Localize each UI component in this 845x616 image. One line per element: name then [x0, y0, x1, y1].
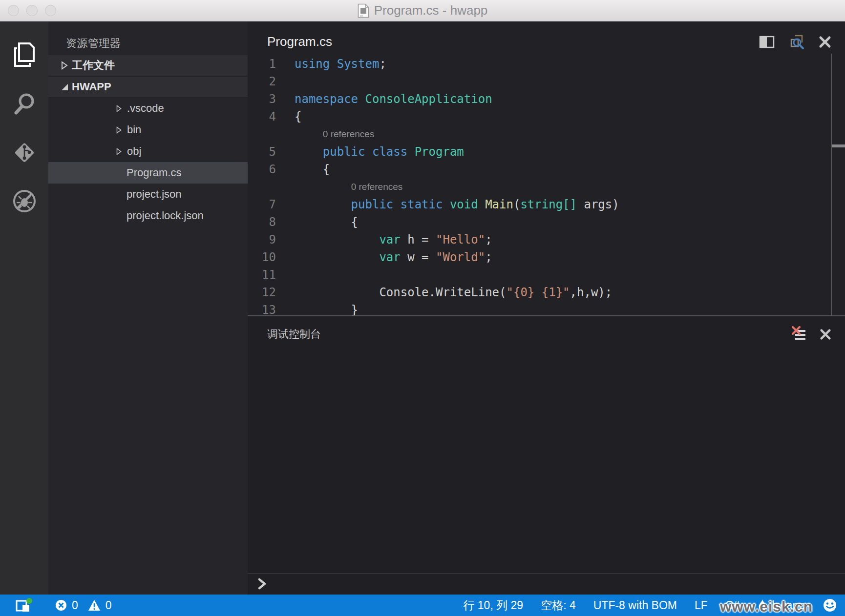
split-editor-icon[interactable] — [759, 35, 775, 49]
line-number — [248, 125, 276, 143]
flame-icon — [757, 598, 768, 612]
debug-console-panel: 调试控制台 — [248, 316, 845, 594]
feedback-smiley-icon[interactable] — [823, 598, 837, 613]
section-project-hwapp[interactable]: HWAPP — [48, 76, 248, 98]
project-status-icon[interactable] — [15, 597, 34, 614]
line-number: 8 — [248, 213, 276, 231]
line-number: 5 — [248, 143, 276, 161]
warning-icon — [87, 599, 101, 612]
language-mode[interactable]: C# — [725, 599, 739, 612]
editor-right-ruler — [831, 54, 832, 315]
code-line: 8 { — [248, 213, 845, 231]
code-line: 13 } — [248, 301, 845, 316]
codelens-row: 0 references — [248, 178, 845, 196]
code-line: 1using System; — [248, 55, 845, 73]
line-number: 6 — [248, 161, 276, 178]
tree-item-label: project.json — [127, 188, 182, 201]
tree-item-Program.cs[interactable]: Program.cs — [48, 162, 248, 184]
encoding-status[interactable]: UTF-8 with BOM — [593, 599, 677, 612]
code-line: 3namespace ConsoleApplication — [248, 90, 845, 108]
tree-item-project.lock.json[interactable]: project.lock.json — [48, 205, 248, 226]
tree-item-project.json[interactable]: project.json — [48, 184, 248, 205]
tree-item-label: project.lock.json — [127, 209, 204, 222]
titlebar: cs Program.cs - hwapp — [0, 0, 845, 21]
svg-text:cs: cs — [360, 14, 363, 17]
console-input[interactable] — [248, 573, 845, 594]
cursor-position[interactable]: 行 10, 列 29 — [463, 598, 523, 613]
chevron-right-icon — [116, 104, 122, 113]
code-line: 5 public class Program — [248, 143, 845, 161]
chevron-expanded-icon — [57, 84, 72, 90]
code-line: 9 var h = "Hello"; — [248, 231, 845, 248]
indentation-status[interactable]: 空格: 4 — [541, 598, 576, 613]
prompt-chevron-icon — [257, 577, 267, 590]
code-area[interactable]: 1using System;23namespace ConsoleApplica… — [248, 55, 845, 316]
tree-item-.vscode[interactable]: .vscode — [48, 98, 248, 119]
panel-title: 调试控制台 — [267, 327, 321, 342]
codelens-row: 0 references — [248, 125, 845, 143]
codelens-references[interactable]: 0 references — [276, 178, 402, 196]
tree-item-label: obj — [127, 145, 141, 158]
close-editor-icon[interactable] — [819, 36, 831, 48]
close-panel-icon[interactable] — [820, 329, 831, 340]
git-icon[interactable] — [0, 128, 48, 177]
tree-item-label: Program.cs — [127, 166, 181, 179]
chevron-right-icon — [57, 61, 72, 70]
line-number: 7 — [248, 196, 276, 213]
line-number: 4 — [248, 108, 276, 125]
sidebar-explorer: 资源管理器 工作文件 HWAPP .vscodebinobjProgram.cs… — [48, 21, 248, 595]
window-title: Program.cs - hwapp — [374, 3, 488, 18]
problems-indicator[interactable]: 0 0 — [55, 599, 112, 612]
tree-item-obj[interactable]: obj — [48, 141, 248, 162]
code-line: 10 var w = "World"; — [248, 248, 845, 266]
code-line: 7 public static void Main(string[] args) — [248, 196, 845, 213]
error-icon — [55, 599, 67, 612]
tree-item-label: bin — [127, 123, 141, 136]
line-number — [248, 178, 276, 196]
editor-tab-title[interactable]: Program.cs — [267, 34, 332, 49]
line-number: 2 — [248, 73, 276, 90]
document-proxy-icon: cs — [358, 3, 369, 18]
search-icon[interactable] — [0, 79, 48, 128]
debug-disabled-icon[interactable] — [0, 177, 48, 226]
panel-header: 调试控制台 — [248, 316, 845, 348]
open-preview-icon[interactable] — [788, 34, 805, 50]
warning-count: 0 — [106, 599, 112, 612]
code-line: 12 Console.WriteLine("{0} {1}",h,w); — [248, 284, 845, 301]
eol-status[interactable]: LF — [695, 599, 708, 612]
explorer-icon[interactable] — [0, 30, 48, 79]
clear-console-icon[interactable] — [791, 326, 807, 343]
sidebar-title: 资源管理器 — [48, 21, 248, 55]
chevron-right-icon — [116, 147, 122, 156]
section-label: HWAPP — [72, 81, 111, 93]
console-output — [248, 348, 845, 573]
activity-bar — [0, 21, 48, 595]
editor-group: Program.cs — [248, 21, 845, 595]
chevron-right-icon — [116, 126, 122, 134]
line-number: 12 — [248, 284, 276, 301]
editor: Program.cs — [248, 21, 845, 316]
line-number: 3 — [248, 90, 276, 108]
tree-item-bin[interactable]: bin — [48, 119, 248, 141]
line-number: 11 — [248, 266, 276, 284]
tree-item-label: .vscode — [127, 102, 164, 115]
section-label: 工作文件 — [72, 58, 115, 73]
line-number: 13 — [248, 301, 276, 316]
scrollbar-thumb[interactable] — [832, 144, 845, 147]
line-number: 9 — [248, 231, 276, 248]
code-line: 11 — [248, 266, 845, 284]
section-working-files[interactable]: 工作文件 — [48, 55, 248, 76]
code-line: 4{ — [248, 108, 845, 125]
editor-header: Program.cs — [248, 21, 845, 55]
codelens-references[interactable]: 0 references — [276, 125, 374, 143]
line-number: 10 — [248, 248, 276, 266]
code-line: 6 { — [248, 161, 845, 178]
omnisharp-project[interactable]: hwapp — [757, 598, 805, 612]
project-name: hwapp — [772, 599, 805, 612]
error-count: 0 — [72, 599, 78, 612]
file-tree: .vscodebinobjProgram.csproject.jsonproje… — [48, 98, 248, 226]
status-bar: 0 0 行 10, 列 29 空格: 4 UTF-8 with BOM LF C… — [0, 595, 845, 616]
line-number: 1 — [248, 55, 276, 73]
code-line: 2 — [248, 73, 845, 90]
